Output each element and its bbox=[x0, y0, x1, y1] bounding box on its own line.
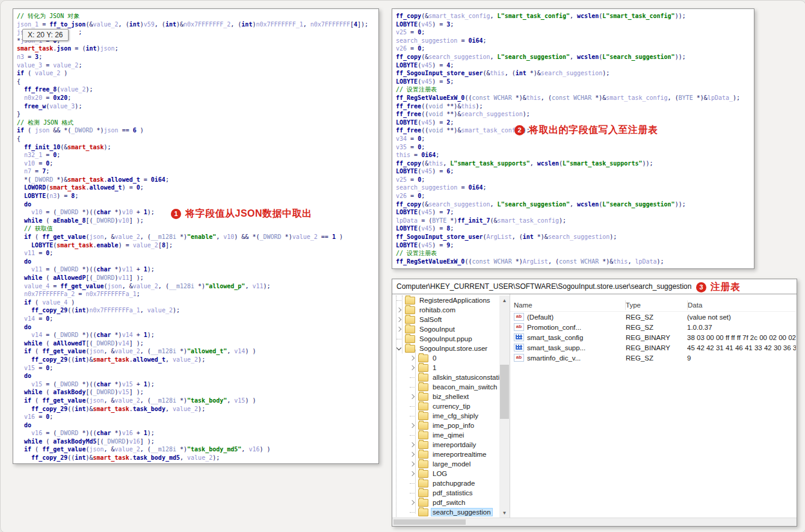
folder-icon bbox=[418, 480, 428, 487]
code-line: ff_free_8(value_2); bbox=[17, 85, 378, 94]
registry-key-beacon_main_switch[interactable]: beacon_main_switch bbox=[392, 382, 499, 392]
registry-key-pdf_switch[interactable]: pdf_switch bbox=[392, 498, 499, 507]
registry-key-SalSoft[interactable]: SalSoft bbox=[392, 315, 499, 324]
folder-icon bbox=[418, 403, 428, 410]
values-header: Name Type Data bbox=[510, 299, 796, 312]
code-line: v26 = 0; bbox=[396, 45, 754, 53]
folder-icon bbox=[418, 470, 428, 478]
folder-icon bbox=[405, 335, 415, 343]
registry-key-RegisteredApplications[interactable]: RegisteredApplications bbox=[392, 295, 499, 305]
value-data: 38 03 00 00 ff ff ff 7f 2c 00 02 00 02 0… bbox=[687, 334, 796, 341]
code-line: *json_1 = 0; bbox=[17, 37, 378, 45]
string-value-icon: ab bbox=[514, 323, 524, 331]
value-type: REG_BINARY bbox=[626, 344, 687, 351]
registry-key-pdf_statistics[interactable]: pdf_statistics bbox=[392, 488, 499, 498]
column-header-name[interactable]: Name bbox=[510, 300, 626, 310]
expand-icon[interactable] bbox=[409, 355, 415, 361]
code-line: ff_copy(&smart_task_config, L"smart_task… bbox=[396, 12, 754, 20]
registry-tree: RegisteredApplicationsrohitab.comSalSoft… bbox=[392, 295, 499, 518]
value-type: REG_SZ bbox=[626, 314, 687, 321]
code-line: // 设置注册表 bbox=[396, 85, 754, 94]
registry-key-label: pdf_switch bbox=[431, 499, 466, 506]
registry-key-label: search_suggestion bbox=[431, 509, 492, 516]
expand-icon[interactable] bbox=[409, 451, 415, 457]
scrollbar-down-arrow[interactable]: ▼ bbox=[499, 508, 510, 518]
registry-address-bar[interactable]: Computer\HKEY_CURRENT_USER\SOFTWARE\Sogo… bbox=[392, 279, 797, 294]
code-line: free_w(value_3); bbox=[17, 102, 378, 111]
registry-key-large_model[interactable]: large_model bbox=[392, 459, 499, 469]
code-line: v11 = (_DWORD *)((char *)v11 + 1); bbox=[17, 265, 378, 274]
registry-body: RegisteredApplicationsrohitab.comSalSoft… bbox=[392, 294, 797, 518]
registry-key-1[interactable]: 1 bbox=[392, 363, 499, 373]
expand-icon[interactable] bbox=[409, 471, 415, 477]
folder-icon bbox=[405, 316, 415, 324]
decompiler-panel-left: // 转化为 JSON 对象json_1 = ff_to_json(&value… bbox=[13, 8, 379, 464]
registry-key-imereportrealtime[interactable]: imereportrealtime bbox=[392, 450, 499, 459]
tree-dash bbox=[409, 480, 415, 486]
tree-dash bbox=[396, 297, 402, 303]
folder-icon bbox=[405, 326, 415, 333]
collapse-icon[interactable] bbox=[396, 345, 402, 351]
registry-key-label: SogouInput bbox=[418, 326, 456, 333]
registry-address-text: Computer\HKEY_CURRENT_USER\SOFTWARE\Sogo… bbox=[396, 282, 691, 291]
column-header-type[interactable]: Type bbox=[626, 300, 688, 310]
registry-key-SogouInput.ppup[interactable]: SogouInput.ppup bbox=[392, 334, 499, 344]
registry-key-currency_tip[interactable]: currency_tip bbox=[392, 401, 499, 411]
code-line: ff_SogouInput_store_user(ArgList, (int *… bbox=[396, 233, 754, 241]
code-line: // 检测 JSON 格式 bbox=[17, 119, 378, 127]
horizontal-scrollbar[interactable] bbox=[392, 518, 797, 526]
code-line: v26 = 0; bbox=[396, 192, 754, 200]
code-line: search_suggestion = 0i64; bbox=[396, 37, 754, 45]
folder-icon bbox=[418, 499, 428, 507]
expand-icon[interactable] bbox=[396, 326, 402, 332]
registry-key-search_suggestion[interactable]: search_suggestion bbox=[392, 507, 499, 517]
registry-key-label: SogouInput.store.user bbox=[418, 345, 489, 352]
code-line: if ( value_4 ) bbox=[17, 298, 378, 307]
registry-key-allskin_statusiconstatis[interactable]: allskin_statusiconstatis bbox=[392, 373, 499, 382]
scrollbar-up-arrow[interactable]: ▲ bbox=[499, 295, 510, 306]
tree-dash bbox=[409, 384, 415, 390]
registry-key-imereportdaily[interactable]: imereportdaily bbox=[392, 440, 499, 450]
expand-icon[interactable] bbox=[396, 307, 402, 313]
registry-key-SogouInput.store.user[interactable]: SogouInput.store.user bbox=[392, 344, 499, 353]
expand-icon[interactable] bbox=[409, 442, 415, 448]
code-line: ff_RegSetValueExW_0((const WCHAR *)&this… bbox=[396, 94, 754, 102]
expand-icon[interactable] bbox=[409, 461, 415, 467]
scrollbar-thumb[interactable] bbox=[500, 365, 509, 419]
tree-scrollbar[interactable]: ▲ ▼ bbox=[499, 295, 510, 518]
registry-key-rohitab.com[interactable]: rohitab.com bbox=[392, 305, 499, 315]
expand-icon[interactable] bbox=[409, 422, 415, 428]
annotation-2-badge: 2 bbox=[514, 125, 525, 135]
expand-icon[interactable] bbox=[409, 394, 415, 400]
code-line: ff_copy(&this, L"smart_task_supports", w… bbox=[396, 159, 754, 168]
value-name: (Default) bbox=[527, 314, 554, 321]
tree-dash bbox=[396, 336, 402, 342]
registry-value-row[interactable]: abPromotion_conf...REG_SZ1.0.0.37 bbox=[510, 322, 796, 332]
registry-key-ime_qimei[interactable]: ime_qimei bbox=[392, 430, 499, 440]
expand-icon[interactable] bbox=[409, 500, 415, 506]
value-name: smart_task_supp... bbox=[527, 344, 585, 351]
expand-icon[interactable] bbox=[409, 365, 415, 371]
code-line: n0x20 = 0x20; bbox=[17, 94, 378, 102]
registry-key-LOG[interactable]: LOG bbox=[392, 469, 499, 478]
code-line: LOBYTE(v45) = 3; bbox=[396, 20, 754, 29]
registry-value-row[interactable]: smart_task_supp...REG_BINARY45 42 42 31 … bbox=[510, 342, 796, 353]
registry-key-ime_cfg_shiply[interactable]: ime_cfg_shiply bbox=[392, 411, 499, 421]
registry-value-row[interactable]: smart_task_configREG_BINARY38 03 00 00 f… bbox=[510, 332, 796, 342]
code-line: v15 = 0; bbox=[17, 364, 378, 373]
horizontal-scrollbar-thumb[interactable] bbox=[393, 519, 466, 525]
code-line: { bbox=[17, 78, 378, 86]
folder-icon bbox=[418, 509, 428, 516]
column-header-data[interactable]: Data bbox=[688, 302, 796, 309]
registry-key-patchupgrade[interactable]: patchupgrade bbox=[392, 478, 499, 488]
registry-key-SogouInput[interactable]: SogouInput bbox=[392, 324, 499, 334]
registry-editor-window: Computer\HKEY_CURRENT_USER\SOFTWARE\Sogo… bbox=[392, 279, 797, 527]
registry-key-biz_shellext[interactable]: biz_shellext bbox=[392, 392, 499, 401]
expand-icon[interactable] bbox=[396, 317, 402, 323]
registry-value-row[interactable]: absmartinfo_dic_v...REG_SZ9 bbox=[510, 353, 796, 363]
registry-key-0[interactable]: 0 bbox=[392, 353, 499, 363]
registry-value-row[interactable]: ab(Default)REG_SZ(value not set) bbox=[510, 312, 796, 322]
registry-key-label: pdf_statistics bbox=[431, 489, 473, 496]
code-line: v25 = 0; bbox=[396, 176, 754, 184]
registry-key-ime_pop_info[interactable]: ime_pop_info bbox=[392, 421, 499, 430]
